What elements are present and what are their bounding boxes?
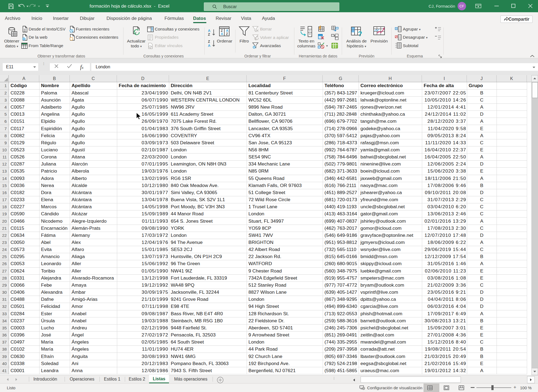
svg-text:A: A xyxy=(208,29,210,33)
svg-text:Z: Z xyxy=(226,32,228,36)
svg-text:Z: Z xyxy=(208,33,210,36)
svg-text:A: A xyxy=(221,32,223,36)
svg-text:A: A xyxy=(208,44,210,48)
svg-text:?: ? xyxy=(358,30,362,37)
svg-text:J: J xyxy=(333,45,334,48)
svg-text:Z: Z xyxy=(208,40,210,44)
